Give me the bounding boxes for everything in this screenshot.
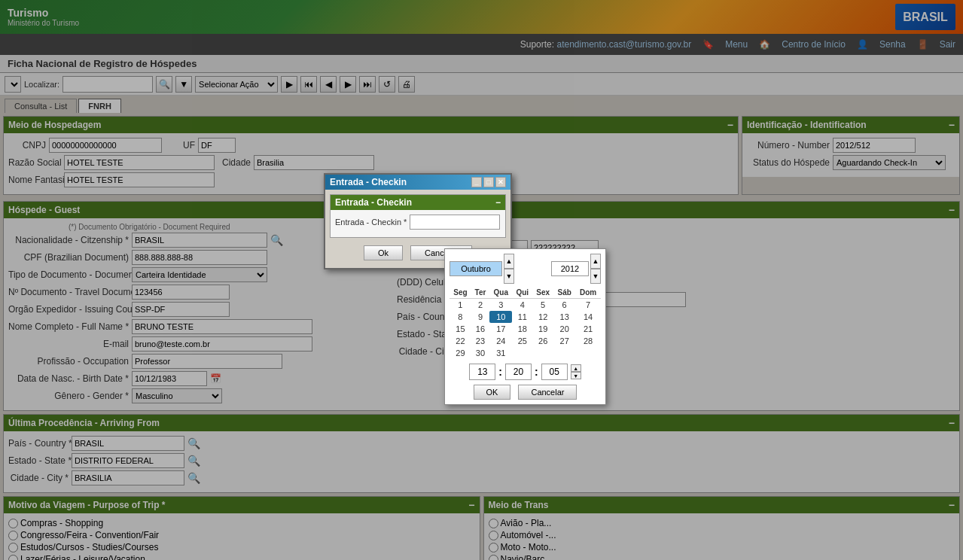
time-down[interactable]: ▼: [571, 372, 581, 379]
cal-th-sab: Sáb: [553, 287, 575, 299]
cal-year-group: 2012 ▲ ▼: [551, 254, 601, 284]
cal-day[interactable]: 14: [575, 311, 601, 323]
checkin-outer-title: Entrada - Checkin: [330, 177, 407, 187]
cal-nav: Outubro ▲ ▼ 2012 ▲ ▼: [450, 254, 601, 284]
time-up[interactable]: ▲: [571, 364, 581, 372]
cal-th-qui: Qui: [512, 287, 532, 299]
cal-day[interactable]: 11: [512, 311, 532, 323]
cal-buttons: OK Cancelar: [450, 385, 601, 400]
cal-year-down[interactable]: ▼: [590, 269, 601, 284]
time-min[interactable]: [505, 364, 532, 380]
time-row: : : ▲ ▼: [450, 364, 601, 380]
cal-day[interactable]: 16: [471, 323, 489, 335]
cal-day[interactable]: 23: [471, 335, 489, 347]
checkin-outer-header: Entrada - Checkin _ □ ✕: [325, 175, 510, 190]
cal-day[interactable]: 9: [471, 311, 489, 323]
cal-day[interactable]: 6: [553, 299, 575, 312]
cal-day[interactable]: 27: [553, 335, 575, 347]
checkin-inner-header: Entrada - Checkin −: [331, 195, 505, 210]
cal-day[interactable]: 25: [512, 335, 532, 347]
cal-day[interactable]: 8: [450, 311, 471, 323]
calendar-dialog: Outubro ▲ ▼ 2012 ▲ ▼ Seg Ter Qua Qui Sex…: [444, 248, 606, 405]
time-spinner: ▲ ▼: [571, 364, 581, 379]
cal-day[interactable]: 15: [450, 323, 471, 335]
cal-day: [532, 347, 553, 359]
win-minimize[interactable]: _: [471, 177, 482, 187]
cal-th-seg: Seg: [450, 287, 471, 299]
entrada-input[interactable]: [410, 215, 500, 230]
win-close[interactable]: ✕: [495, 177, 506, 187]
time-sec[interactable]: [541, 364, 568, 380]
cal-day[interactable]: 13: [553, 311, 575, 323]
cal-month-down[interactable]: ▼: [504, 269, 514, 284]
cal-day: [575, 347, 601, 359]
cal-day[interactable]: 28: [575, 335, 601, 347]
cal-day[interactable]: 30: [471, 347, 489, 359]
cal-cancelar-btn[interactable]: Cancelar: [518, 385, 577, 400]
cal-day[interactable]: 3: [489, 299, 512, 312]
cal-table: Seg Ter Qua Qui Sex Sáb Dom 123456789101…: [450, 287, 601, 359]
cal-day[interactable]: 10: [489, 311, 512, 323]
cal-day[interactable]: 26: [532, 335, 553, 347]
checkin-inner-section: Entrada - Checkin − Entrada - Checkin *: [330, 194, 506, 238]
cal-day[interactable]: 17: [489, 323, 512, 335]
cal-day[interactable]: 12: [532, 311, 553, 323]
cal-day[interactable]: 22: [450, 335, 471, 347]
time-sep1: :: [498, 366, 502, 378]
checkin-inner-body: Entrada - Checkin *: [331, 210, 505, 237]
cal-th-ter: Ter: [471, 287, 489, 299]
cal-month-group: Outubro ▲ ▼: [450, 254, 514, 284]
cal-day[interactable]: 2: [471, 299, 489, 312]
win-restore[interactable]: □: [483, 177, 494, 187]
entrada-label: Entrada - Checkin *: [335, 218, 407, 227]
time-sep2: :: [535, 366, 538, 378]
cal-day[interactable]: 7: [575, 299, 601, 312]
checkin-inner-collapse[interactable]: −: [495, 197, 501, 208]
cal-th-dom: Dom: [575, 287, 601, 299]
cal-day[interactable]: 1: [450, 299, 471, 312]
cal-day[interactable]: 24: [489, 335, 512, 347]
cal-day: [553, 347, 575, 359]
cal-month-up[interactable]: ▲: [504, 254, 514, 269]
cal-day[interactable]: 19: [532, 323, 553, 335]
cal-year-up[interactable]: ▲: [590, 254, 601, 269]
checkin-inner-title: Entrada - Checkin: [335, 197, 412, 208]
checkin-ok-btn[interactable]: Ok: [364, 245, 403, 260]
time-hour[interactable]: [469, 364, 495, 380]
cal-month-input[interactable]: Outubro: [450, 261, 502, 276]
cal-day[interactable]: 4: [512, 299, 532, 312]
cal-day[interactable]: 29: [450, 347, 471, 359]
cal-day: [512, 347, 532, 359]
cal-day[interactable]: 21: [575, 323, 601, 335]
cal-th-qua: Qua: [489, 287, 512, 299]
cal-day[interactable]: 5: [532, 299, 553, 312]
cal-ok-btn[interactable]: OK: [474, 385, 511, 400]
cal-year-input[interactable]: 2012: [551, 261, 589, 276]
cal-th-sex: Sex: [532, 287, 553, 299]
cal-day[interactable]: 31: [489, 347, 512, 359]
cal-day[interactable]: 20: [553, 323, 575, 335]
cal-day[interactable]: 18: [512, 323, 532, 335]
